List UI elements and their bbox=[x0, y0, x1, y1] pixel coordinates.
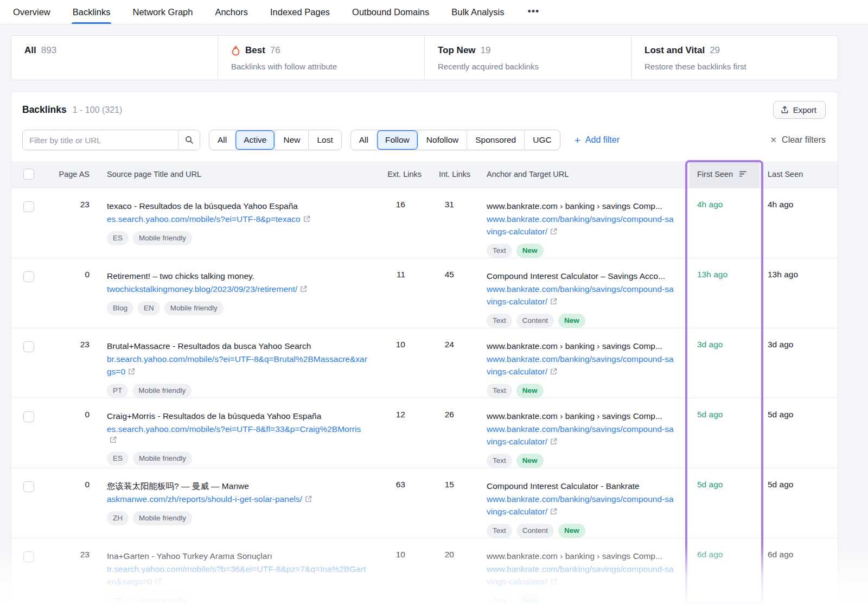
last-seen-value: 3d ago bbox=[759, 328, 838, 398]
anchor-badge: Text bbox=[487, 314, 512, 328]
card-top-new-title: Top New bbox=[438, 45, 476, 56]
tab-overview[interactable]: Overview bbox=[12, 2, 52, 24]
tab-bulk-analysis[interactable]: Bulk Analysis bbox=[450, 2, 505, 24]
source-url-link[interactable]: tr.search.yahoo.com/mobile/s?b=36&ei=UTF… bbox=[107, 564, 366, 586]
source-url-line: es.search.yahoo.com/mobile/s?ei=UTF-8&p=… bbox=[107, 213, 369, 225]
ext-links-value: 16 bbox=[380, 188, 429, 258]
first-seen-value: 5d ago bbox=[690, 468, 759, 538]
target-url-link[interactable]: www.bankrate.com/banking/savings/compoun… bbox=[487, 494, 674, 516]
header-anchor[interactable]: Anchor and Target URL bbox=[478, 161, 690, 188]
int-links-value: 20 bbox=[429, 538, 478, 604]
row-checkbox[interactable] bbox=[23, 271, 34, 282]
summary-cards: All 893 Best 76 Backlinks with follow at… bbox=[11, 35, 838, 80]
source-badge: Mobile friendly bbox=[164, 301, 224, 315]
row-checkbox[interactable] bbox=[23, 481, 34, 492]
row-checkbox[interactable] bbox=[23, 201, 34, 212]
anchor-text: www.bankrate.com › banking › savings Com… bbox=[487, 410, 676, 422]
header-page-as[interactable]: Page AS bbox=[42, 161, 98, 188]
source-url-link[interactable]: askmanwe.com/zh/reports/should-i-get-sol… bbox=[107, 494, 302, 504]
target-url-link[interactable]: www.bankrate.com/banking/savings/compoun… bbox=[487, 564, 674, 586]
select-all-checkbox[interactable] bbox=[23, 169, 34, 180]
follow-filter-ugc[interactable]: UGC bbox=[524, 130, 559, 150]
external-link-icon[interactable] bbox=[550, 437, 557, 447]
source-cell: Brutal+Massacre - Resultados da busca Ya… bbox=[98, 328, 380, 398]
follow-filter-all[interactable]: All bbox=[351, 130, 376, 150]
page-as-value: 0 bbox=[42, 398, 98, 468]
tab-indexed-pages[interactable]: Indexed Pages bbox=[269, 2, 331, 24]
anchor-badge: Text bbox=[487, 594, 512, 604]
target-url-link[interactable]: www.bankrate.com/banking/savings/compoun… bbox=[487, 354, 674, 376]
last-seen-value: 6d ago bbox=[759, 538, 838, 604]
source-url-link[interactable]: twochickstalkingmoney.blog/2023/09/23/re… bbox=[107, 284, 297, 294]
anchor-text: Compound Interest Calculator - Bankrate bbox=[487, 480, 676, 492]
row-checkbox[interactable] bbox=[23, 551, 34, 562]
source-cell: texaco - Resultados de la búsqueda Yahoo… bbox=[98, 188, 380, 258]
source-badge: PT bbox=[107, 384, 128, 398]
status-filter-group: All Active New Lost bbox=[209, 130, 342, 150]
table-row: 0您该装太阳能板吗? — 曼威 — Manweaskmanwe.com/zh/r… bbox=[11, 468, 838, 538]
follow-filter-sponsored[interactable]: Sponsored bbox=[467, 130, 524, 150]
target-url-link[interactable]: www.bankrate.com/banking/savings/compoun… bbox=[487, 424, 674, 446]
header-source[interactable]: Source page Title and URL bbox=[98, 161, 380, 188]
status-filter-all[interactable]: All bbox=[209, 130, 235, 150]
ext-links-value: 12 bbox=[380, 398, 429, 468]
source-badge: Mobile friendly bbox=[132, 384, 192, 398]
header-int-links[interactable]: Int. Links bbox=[429, 161, 478, 188]
external-link-icon[interactable] bbox=[155, 577, 162, 587]
source-badge: Mobile friendly bbox=[133, 231, 192, 245]
add-filter-button[interactable]: + Add filter bbox=[575, 135, 620, 145]
card-top-new[interactable]: Top New 19 Recently acquired backlinks bbox=[424, 35, 631, 80]
tab-backlinks[interactable]: Backlinks bbox=[72, 2, 112, 24]
export-button[interactable]: Export bbox=[773, 101, 826, 119]
source-url-link[interactable]: es.search.yahoo.com/mobile/s?ei=UTF-8&p=… bbox=[107, 214, 301, 224]
more-tabs-icon[interactable]: ••• bbox=[525, 2, 541, 24]
target-url-link[interactable]: www.bankrate.com/banking/savings/compoun… bbox=[487, 214, 674, 236]
external-link-icon[interactable] bbox=[303, 215, 310, 225]
anchor-text: www.bankrate.com › banking › savings Com… bbox=[487, 200, 676, 212]
source-badge: Blog bbox=[107, 301, 133, 315]
follow-filter-follow[interactable]: Follow bbox=[376, 130, 418, 150]
follow-filter-nofollow[interactable]: Nofollow bbox=[418, 130, 467, 150]
status-filter-lost[interactable]: Lost bbox=[308, 130, 341, 150]
anchor-cell: Compound Interest Calculator – Savings A… bbox=[478, 258, 690, 328]
card-best[interactable]: Best 76 Backlinks with follow attribute bbox=[218, 35, 425, 80]
tab-outbound-domains[interactable]: Outbound Domains bbox=[351, 2, 430, 24]
search-box bbox=[22, 130, 200, 150]
close-icon: ✕ bbox=[770, 135, 777, 145]
card-best-count: 76 bbox=[270, 45, 280, 56]
source-badge: Mobile friendly bbox=[133, 594, 192, 604]
int-links-value: 31 bbox=[429, 188, 478, 258]
external-link-icon[interactable] bbox=[128, 367, 135, 377]
sort-descending-icon bbox=[739, 170, 747, 177]
search-icon bbox=[185, 136, 194, 144]
external-link-icon[interactable] bbox=[550, 297, 557, 307]
external-link-icon[interactable] bbox=[305, 495, 312, 505]
search-button[interactable] bbox=[178, 130, 200, 150]
card-all[interactable]: All 893 bbox=[11, 35, 218, 80]
external-link-icon[interactable] bbox=[550, 227, 557, 237]
search-input[interactable] bbox=[23, 130, 178, 150]
status-filter-active[interactable]: Active bbox=[235, 130, 275, 150]
anchor-badge: Content bbox=[516, 314, 554, 328]
header-ext-links[interactable]: Ext. Links bbox=[380, 161, 429, 188]
external-link-icon[interactable] bbox=[550, 577, 557, 587]
row-checkbox[interactable] bbox=[23, 341, 34, 352]
clear-filters-button[interactable]: ✕ Clear filters bbox=[770, 135, 826, 145]
backlinks-table: Page AS Source page Title and URL Ext. L… bbox=[11, 161, 838, 604]
source-badge: Mobile friendly bbox=[133, 511, 192, 525]
row-checkbox[interactable] bbox=[23, 411, 34, 422]
header-first-seen[interactable]: First Seen bbox=[690, 161, 759, 188]
source-url-link[interactable]: br.search.yahoo.com/mobile/s?ei=UTF-8&q=… bbox=[107, 354, 367, 376]
external-link-icon[interactable] bbox=[110, 436, 117, 446]
card-lost-and-vital[interactable]: Lost and Vital 29 Restore these backlink… bbox=[631, 35, 838, 80]
external-link-icon[interactable] bbox=[300, 285, 307, 295]
panel-toolbar: Backlinks 1 - 100 (321) Export bbox=[11, 92, 838, 126]
target-url-link[interactable]: www.bankrate.com/banking/savings/compoun… bbox=[487, 284, 674, 306]
header-last-seen[interactable]: Last Seen bbox=[759, 161, 838, 188]
external-link-icon[interactable] bbox=[550, 507, 557, 517]
tab-network-graph[interactable]: Network Graph bbox=[131, 2, 194, 24]
external-link-icon[interactable] bbox=[550, 367, 557, 377]
tab-anchors[interactable]: Anchors bbox=[214, 2, 249, 24]
status-filter-new[interactable]: New bbox=[275, 130, 308, 150]
source-url-link[interactable]: es.search.yahoo.com/mobile/s?ei=UTF-8&fl… bbox=[107, 424, 361, 434]
